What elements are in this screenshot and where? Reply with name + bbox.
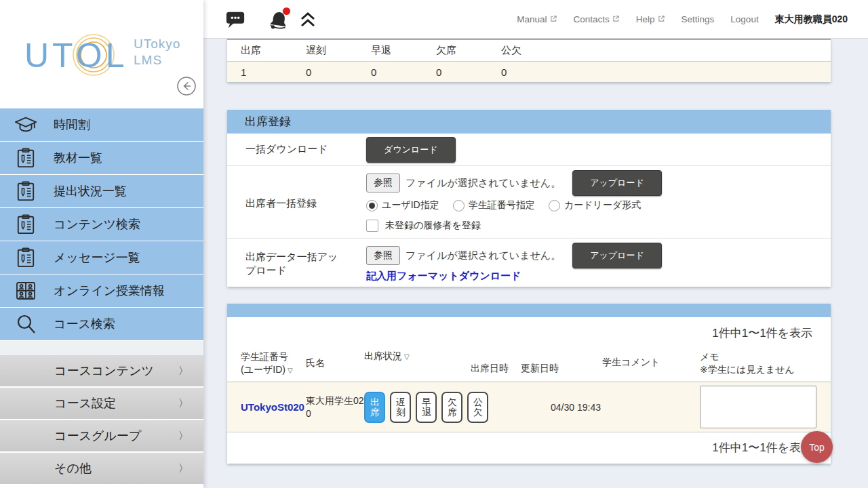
external-link-icon <box>612 14 620 24</box>
upload-button[interactable]: アップロード <box>572 170 662 196</box>
settings-link[interactable]: Settings <box>682 14 715 24</box>
bulk-download-row: 一括ダウンロード ダウンロード <box>227 134 831 166</box>
column-student-id[interactable]: 学生証番号 (ユーザID)▽ <box>241 350 306 376</box>
summary-value-absent: 0 <box>422 66 488 78</box>
students-table-panel: 1件中1〜1件を表示 学生証番号 (ユーザID)▽ 氏名 出席状況▽ 出席日時 … <box>227 304 831 464</box>
graduation-cap-icon <box>14 115 37 135</box>
chevron-right-icon: 〉 <box>178 430 189 443</box>
svg-text:UTOL: UTOL <box>24 37 127 75</box>
scroll-to-top-button[interactable]: Top <box>801 431 833 463</box>
register-unregistered-label: 未登録の履修者を登録 <box>385 220 481 232</box>
sidebar-item-label: その他 <box>54 460 92 476</box>
browse-button[interactable]: 参照 <box>366 246 400 265</box>
sidebar-item-content-search[interactable]: コンテンツ検索 <box>0 208 203 241</box>
utol-logo: UTOL <box>22 28 151 79</box>
clipboard-icon <box>14 214 37 235</box>
sidebar-item-label: オンライン授業情報 <box>54 283 165 299</box>
search-icon <box>14 314 37 334</box>
notifications-button[interactable] <box>268 9 290 33</box>
table-column-headers: 学生証番号 (ユーザID)▽ 氏名 出席状況▽ 出席日時 更新日時 学生コメント… <box>227 340 831 382</box>
sidebar-item-materials[interactable]: 教材一覧 <box>0 142 203 175</box>
summary-header-row: 出席 遅刻 早退 欠席 公欠 <box>227 40 831 61</box>
sidebar-item-online-class-info[interactable]: オンライン授業情報 <box>0 274 203 308</box>
result-count-top: 1件中1〜1件を表示 <box>227 317 831 340</box>
table-row: UTokyoSt020 東大用学生020 出席 遅刻 早退 欠席 公欠 04/3… <box>227 382 831 432</box>
manual-link[interactable]: Manual <box>517 14 557 24</box>
speech-bubble-icon <box>225 22 245 32</box>
sidebar-item-submission-status[interactable]: 提出状況一覧 <box>0 175 203 208</box>
help-link[interactable]: Help <box>636 14 665 24</box>
download-button[interactable]: ダウンロード <box>366 137 456 163</box>
clipboard-icon <box>14 148 37 168</box>
attendee-bulk-register-row: 出席者一括登録 参照 ファイルが選択されていません。 アップロード ユーザID指… <box>227 166 831 239</box>
sidebar-item-messages[interactable]: メッセージ一覧 <box>0 241 203 274</box>
attendance-registration-panel: 出席登録 一括ダウンロード ダウンロード 出席者一括登録 参照 ファイルが選択さ… <box>227 110 831 287</box>
sidebar-item-course-contents[interactable]: コースコンテンツ 〉 <box>0 355 203 388</box>
sidebar-item-timetable[interactable]: 時間割 <box>0 108 203 142</box>
radio-card-reader[interactable] <box>549 200 560 211</box>
username-label: 東大用教職員020 <box>775 14 848 26</box>
sidebar-collapse-button[interactable] <box>176 76 197 96</box>
student-id-link[interactable]: UTokyoSt020 <box>241 401 306 413</box>
summary-value-excused: 0 <box>488 66 553 78</box>
panel-title: 出席登録 <box>227 110 831 134</box>
register-unregistered-checkbox[interactable] <box>366 220 378 232</box>
attendee-bulk-controls: 参照 ファイルが選択されていません。 アップロード ユーザID指定 学生証番号指… <box>366 171 662 235</box>
chevron-right-icon: 〉 <box>178 462 189 475</box>
chevron-right-icon: 〉 <box>178 397 189 410</box>
status-present-button[interactable]: 出席 <box>364 392 385 423</box>
column-attend-time: 出席日時 <box>471 362 521 375</box>
bulk-download-label: 一括ダウンロード <box>227 143 366 156</box>
column-student-comment: 学生コメント <box>602 356 700 369</box>
upload-button[interactable]: アップロード <box>572 243 662 268</box>
status-early-leave-button[interactable]: 早退 <box>416 392 437 423</box>
column-status[interactable]: 出席状況▽ <box>364 350 471 363</box>
sidebar-item-course-settings[interactable]: コース設定 〉 <box>0 388 203 420</box>
messages-button[interactable] <box>225 9 245 32</box>
arrow-left-circle-icon <box>176 88 197 98</box>
summary-header-excused: 公欠 <box>488 44 553 57</box>
status-button-group: 出席 遅刻 早退 欠席 公欠 <box>364 392 471 423</box>
status-excused-button[interactable]: 公欠 <box>467 392 488 423</box>
format-download-link[interactable]: 記入用フォーマットダウンロード <box>366 270 521 283</box>
result-count-bottom: 1件中1〜1件を表示 <box>227 432 831 464</box>
topbar: Manual Contacts Help Se <box>203 0 868 39</box>
attendee-bulk-label: 出席者一括登録 <box>227 171 366 235</box>
data-bulk-upload-controls: 参照 ファイルが選択されていません。 アップロード 記入用フォーマットダウンロー… <box>366 244 662 283</box>
sidebar-item-label: 時間割 <box>54 117 90 133</box>
chevron-right-icon: 〉 <box>178 365 189 378</box>
logout-link[interactable]: Logout <box>730 14 758 24</box>
browse-button[interactable]: 参照 <box>366 174 400 192</box>
summary-value-present: 1 <box>227 66 292 78</box>
data-bulk-upload-label: 出席データ一括アップロード <box>227 244 366 283</box>
sidebar-item-label: メッセージ一覧 <box>54 249 140 266</box>
contacts-link[interactable]: Contacts <box>574 14 620 24</box>
sidebar-item-label: 教材一覧 <box>54 150 102 166</box>
sidebar-divider <box>0 341 203 355</box>
sidebar-item-course-search[interactable]: コース検索 <box>0 308 203 341</box>
radio-card-reader-label: カードリーダ形式 <box>564 199 641 211</box>
notification-badge <box>283 7 290 15</box>
data-bulk-upload-row: 出席データ一括アップロード 参照 ファイルが選択されていません。 アップロード … <box>227 239 831 287</box>
external-link-icon <box>658 14 665 24</box>
radio-student-number-label: 学生証番号指定 <box>469 199 535 211</box>
sidebar-item-others[interactable]: その他 〉 <box>0 453 203 485</box>
double-chevron-up-icon <box>299 20 317 30</box>
memo-input[interactable] <box>700 386 816 428</box>
sidebar-item-label: コースグループ <box>54 428 141 444</box>
no-file-selected-text: ファイルが選択されていません。 <box>406 249 561 262</box>
radio-student-number[interactable] <box>453 200 465 211</box>
status-absent-button[interactable]: 欠席 <box>441 392 462 423</box>
column-update-time: 更新日時 <box>521 362 602 375</box>
radio-user-id[interactable] <box>366 200 378 211</box>
sidebar-item-course-group[interactable]: コースグループ 〉 <box>0 420 203 453</box>
sidebar-item-label: コース設定 <box>54 395 116 411</box>
no-file-selected-text: ファイルが選択されていません。 <box>406 177 561 190</box>
column-name: 氏名 <box>306 357 364 369</box>
people-grid-icon <box>14 281 37 301</box>
collapse-header-button[interactable] <box>299 12 317 30</box>
sidebar-item-label: コースコンテンツ <box>54 363 154 379</box>
attendance-summary-table: 出席 遅刻 早退 欠席 公欠 1 0 0 0 0 <box>227 39 831 82</box>
status-late-button[interactable]: 遅刻 <box>390 392 411 423</box>
logo-subtitle: UTokyo LMS <box>134 36 180 68</box>
